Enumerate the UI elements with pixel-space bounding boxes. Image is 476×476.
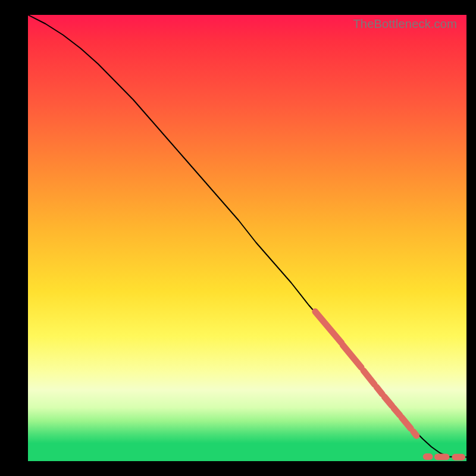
dot-segment [364,371,374,384]
dot-segment [315,312,342,343]
chart-frame: TheBottleneck.com [0,0,476,476]
dot-segment [343,345,361,368]
curve-path [28,15,466,457]
chart-overlay [28,15,466,461]
dot-segment [414,432,416,436]
dot-segment [402,418,411,429]
dot-segment [394,408,400,415]
dot-segment [384,397,392,406]
dot-series [315,312,462,458]
curve-line [28,15,466,457]
dot-segment [377,387,383,394]
plot-area: TheBottleneck.com [28,15,466,461]
